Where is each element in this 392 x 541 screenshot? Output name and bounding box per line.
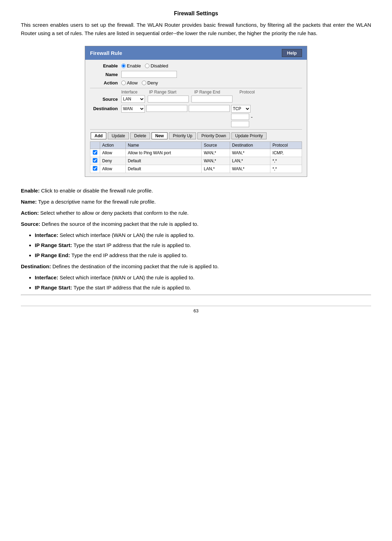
row-checkbox[interactable] (93, 150, 97, 155)
row-destination: LAN,* (230, 157, 270, 165)
source-ipend-term: IP Range End: (35, 252, 72, 258)
table-row: Deny Default WAN,* LAN,* *,* (90, 157, 302, 165)
page-title: Firewall Settings (21, 10, 371, 17)
row-protocol: ICMP, (270, 149, 302, 157)
action-term: Action: (21, 210, 39, 216)
name-input[interactable] (121, 71, 177, 78)
source-interface-select[interactable]: LAN WAN (121, 95, 145, 103)
priority-down-button[interactable]: Priority Down (197, 132, 230, 139)
enable-desc-text: Click to enable or disable the firewall … (41, 188, 153, 194)
allow-option-text: Allow (127, 80, 138, 85)
row-protocol: *,* (270, 165, 302, 173)
row-action: Allow (100, 165, 126, 173)
add-button[interactable]: Add (91, 132, 106, 139)
intro-text: This screen enables users to set up the … (21, 21, 371, 38)
source-ip-end[interactable] (191, 96, 232, 103)
dest-port-start[interactable] (231, 114, 249, 120)
source-bullet-interface: Interface: Select which interface (WAN o… (35, 231, 371, 239)
col-ipend: IP Range End (194, 90, 239, 95)
enable-radio-label[interactable]: Enable (121, 63, 141, 68)
row-action: Allow (100, 149, 126, 157)
action-radio-group: Allow Deny (121, 80, 158, 85)
update-priority-button[interactable]: Update Priority (231, 132, 267, 139)
source-ipstart-term: IP Range Start: (35, 242, 73, 248)
enable-radio-group: Enable Disabled (121, 63, 168, 68)
dest-protocol-select[interactable]: TCP UDP ICMP (231, 105, 251, 113)
divider2 (90, 129, 302, 130)
source-ipend-text: Type the end IP address that the rule is… (72, 252, 188, 258)
dest-ipstart-text: Type the start IP address that the rule … (73, 285, 191, 290)
source-ip-start[interactable] (148, 96, 189, 103)
firewall-rule-ui: Firewall Rule Help Enable Enable Disable… (85, 46, 307, 177)
row-source: WAN,* (202, 157, 230, 165)
help-button[interactable]: Help (282, 49, 302, 57)
dest-port-row1: - (231, 114, 253, 120)
name-desc-text: Type a descriptive name for the firewall… (38, 199, 156, 205)
th-protocol: Protocol (270, 142, 302, 149)
deny-radio[interactable] (142, 81, 146, 85)
fw-header-title: Firewall Rule (90, 50, 122, 56)
rules-table: Action Name Source Destination Protocol … (90, 141, 302, 173)
footer-divider (21, 295, 371, 295)
rules-table-header-row: Action Name Source Destination Protocol (90, 142, 302, 149)
action-label: Action (90, 80, 121, 85)
source-ipstart-text: Type the start IP address that the rule … (73, 242, 191, 248)
th-checkbox (90, 142, 100, 149)
dest-ipstart-term: IP Range Start: (35, 285, 73, 290)
table-row: Allow Allow to Ping WAN port WAN,* WAN,*… (90, 149, 302, 157)
priority-up-button[interactable]: Priority Up (169, 132, 196, 139)
delete-button[interactable]: Delete (130, 132, 150, 139)
th-source: Source (202, 142, 230, 149)
dest-interface-term: Interface: (35, 274, 60, 280)
row-source: LAN,* (202, 165, 230, 173)
deny-option-text: Deny (147, 80, 158, 85)
source-term: Source: (21, 221, 40, 227)
row-source: WAN,* (202, 149, 230, 157)
name-row: Name (90, 71, 302, 78)
disabled-radio[interactable] (145, 64, 149, 68)
button-row: Add Update Delete New Priority Up Priori… (90, 132, 302, 139)
allow-radio[interactable] (121, 81, 126, 85)
row-checkbox-td[interactable] (90, 149, 100, 157)
row-checkbox-td[interactable] (90, 157, 100, 165)
source-interface-term: Interface: (35, 232, 60, 238)
row-action: Deny (100, 157, 126, 165)
row-checkbox[interactable] (93, 158, 97, 163)
dest-port-end[interactable] (231, 121, 249, 127)
th-action: Action (100, 142, 126, 149)
destination-row: Destination WAN LAN TCP UDP ICMP (90, 105, 302, 127)
dest-term: Destination: (21, 263, 51, 269)
source-bullet-ipend: IP Range End: Type the end IP address th… (35, 251, 371, 260)
enable-label: Enable (90, 63, 121, 68)
fw-header: Firewall Rule Help (85, 46, 307, 60)
update-button[interactable]: Update (108, 132, 129, 139)
disabled-radio-label[interactable]: Disabled (145, 63, 168, 68)
action-row: Action Allow Deny (90, 80, 302, 85)
page-number: 63 (194, 308, 198, 313)
dest-interface-select[interactable]: WAN LAN (121, 105, 145, 113)
action-desc: Action: Select whether to allow or deny … (21, 209, 371, 217)
dest-ip-start[interactable] (146, 105, 187, 112)
new-button[interactable]: New (152, 132, 168, 139)
row-name: Allow to Ping WAN port (125, 149, 202, 157)
row-checkbox[interactable] (93, 166, 97, 171)
fw-body: Enable Enable Disabled Name Action (85, 60, 307, 177)
dest-bullets: Interface: Select which interface (WAN o… (35, 273, 371, 292)
enable-radio[interactable] (121, 64, 126, 68)
source-bullet-ipstart: IP Range Start: Type the start IP addres… (35, 241, 371, 249)
row-name: Default (125, 165, 202, 173)
dest-ip-end[interactable] (189, 105, 230, 112)
enable-option-text: Enable (127, 63, 141, 68)
dest-protocol-box: TCP UDP ICMP - (231, 105, 253, 127)
port-dash: - (251, 114, 253, 120)
deny-radio-label[interactable]: Deny (142, 80, 158, 85)
dest-interface-text: Select which interface (WAN or LAN) the … (60, 274, 195, 280)
row-destination: WAN,* (230, 149, 270, 157)
allow-radio-label[interactable]: Allow (121, 80, 138, 85)
destination-label: Destination (90, 105, 121, 111)
source-desc-text: Defines the source of the incoming packe… (42, 221, 198, 227)
action-desc-text: Select whether to allow or deny packets … (40, 210, 189, 216)
row-checkbox-td[interactable] (90, 165, 100, 173)
source-interface-text: Select which interface (WAN or LAN) the … (60, 232, 195, 238)
enable-term: Enable: (21, 188, 40, 194)
